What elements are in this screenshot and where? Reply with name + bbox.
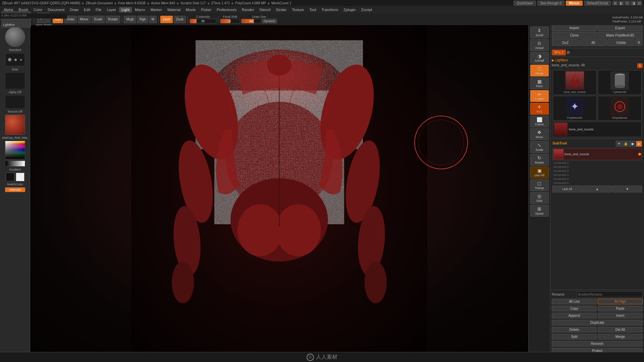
mrgb-btn[interactable]: Mrgb [124,16,136,23]
default-zscript-btn[interactable]: DefaultZScript [584,1,611,6]
make-polymesh-btn[interactable]: Make PolyMesh3D [598,32,643,39]
color-picker[interactable] [5,141,25,159]
menu-transform[interactable]: Transform [319,7,340,12]
matcap-preview[interactable] [5,115,25,135]
append-btn[interactable]: Append [552,313,597,318]
current-subtool-row[interactable]: bone_and_muscle [552,148,642,160]
subtool-icon-lock[interactable]: 🔒 [623,141,629,147]
menu-zscript[interactable]: Zscript [359,7,374,12]
menu-edit[interactable]: Edit [82,7,93,12]
last-all-btn[interactable]: Last All [552,186,582,192]
icon-strip-aahalf[interactable]: ◑ AAHalf [530,52,549,64]
visible-btn[interactable]: Visible [607,39,635,46]
split-btn[interactable]: Split [552,334,597,340]
draw-size-slider[interactable]: 64 [241,19,261,23]
subtool-item-2[interactable]: Unnamed 2 [552,165,643,169]
icon-strip-xpose[interactable]: ⊞ Xpose [530,205,549,217]
menu-material[interactable]: Material [165,7,183,12]
top-icon-4[interactable]: ◨ [631,1,636,5]
canvas-area[interactable] [30,25,528,352]
icon-strip-solo[interactable]: ◎ Solo [530,192,549,204]
menu-marker[interactable]: Marker [148,7,164,12]
brush-preview[interactable] [5,27,25,47]
m-btn[interactable]: M [149,16,157,23]
rotate-btn[interactable]: Rotate [106,16,120,23]
delete-btn[interactable]: Delete [552,327,597,333]
subtool-icon-active[interactable]: ▶ [636,141,642,147]
icon-strip-rotate[interactable]: ↻ Rotate [530,154,549,166]
menu-file[interactable]: File [93,7,104,12]
menu-stencil[interactable]: Stencil [257,7,273,12]
menu-layer[interactable]: Layer [105,7,119,12]
icon-strip-scale[interactable]: ⤡ Scale [530,141,549,153]
menu-preferences[interactable]: Preferences [214,7,239,12]
menu-render[interactable]: Render [239,7,256,12]
scale-btn[interactable]: Scale [92,16,105,23]
stroke-preview[interactable] [5,53,25,66]
focal-shift-slider[interactable]: 0 [220,19,240,23]
menu-macro[interactable]: Macro [132,7,148,12]
foreground-color[interactable] [6,173,14,181]
menu-draw[interactable]: Draw [67,7,81,12]
texture-preview[interactable] [5,95,25,109]
quicksave-btn[interactable]: QuickSave [514,1,536,6]
icon-strip-scroll[interactable]: ⇕ Scroll [530,26,549,38]
z-intensity-slider[interactable]: 25 [190,19,216,23]
menu-light[interactable]: Light [119,7,132,12]
tool-icon-simplebrush[interactable]: SimpleBrush [598,96,642,121]
remesh-btn[interactable]: Remesh [552,341,643,347]
icon-strip-usefill[interactable]: ▣ Use Fill [530,167,549,178]
icon-strip-persp[interactable]: ⬡ Persp [530,65,549,76]
subtool-icon-color[interactable]: ◼ [629,141,635,147]
merge-btn[interactable]: Merge [598,334,643,340]
icon-strip-move[interactable]: ✥ Move [530,128,549,140]
zadd-btn[interactable]: Zadd [160,16,173,23]
goz-btn[interactable]: GoZ [552,39,579,46]
menu-zplugin[interactable]: Zplugin [341,7,358,12]
alternate-btn[interactable]: Alternate [5,187,25,192]
copy-btn[interactable]: Copy [552,306,597,311]
subtool-title[interactable]: SubTool [552,141,567,145]
menu-document[interactable]: Document [45,7,67,12]
subtool-icon-eye[interactable]: 👁 [616,141,622,147]
icon-strip-lsym[interactable]: ⇔ L.Sym [530,90,549,102]
menu-movie[interactable]: Movie [183,7,198,12]
see-through[interactable]: See-through 0 [537,1,565,6]
background-color[interactable] [16,173,24,181]
zsub-btn[interactable]: Zsub [174,16,186,23]
subtool-scroll-up[interactable]: ▲ [583,186,612,192]
clone-btn[interactable]: Clone [552,32,597,39]
icon-strip-floor[interactable]: ▦ Floor [530,77,549,89]
icon-strip-actual[interactable]: ⊙ Actual [530,39,549,51]
r-btn[interactable]: R [635,39,643,46]
all-btn[interactable]: All [580,39,607,46]
menu-stroke[interactable]: Stroke [273,7,289,12]
lightbox-section-header[interactable]: ▶ Lightbox [552,58,643,62]
alpha-preview[interactable] [5,72,25,89]
icon-strip-frame[interactable]: ⬜ Frame [530,116,549,127]
tool-icon-bone-muscle[interactable]: bone_and_muscle [553,70,597,95]
dynamic-btn[interactable]: Dynamic [262,19,277,23]
lightbox-r-btn[interactable]: R [637,63,643,68]
paste-btn[interactable]: Paste [598,306,643,311]
top-icon-2[interactable]: ◧ [619,1,624,5]
top-icon-3[interactable]: ⊡ [625,1,630,5]
subtool-item-6[interactable]: Unnamed 6 [552,181,643,185]
insert-btn[interactable]: Insert [598,313,643,318]
tool-icon-cylinder3d[interactable]: Cylinder3D [598,70,642,95]
bone-muscle-small-item[interactable]: bone_and_muscle [553,122,642,137]
subtool-scroll-dn[interactable]: ▼ [612,186,642,192]
subtool-item-4[interactable]: Unnamed 4 [552,173,643,177]
top-icon-5[interactable]: ⊟ [637,1,642,5]
icon-strip-transp[interactable]: ◻ Transp [530,179,549,191]
tool-icon-polymesh[interactable]: ✦ PolyMesh3D [553,96,597,121]
menu-color[interactable]: Color [31,7,45,12]
export-btn[interactable]: Export [598,24,643,31]
lightbox-btn[interactable]: LightBox [1,22,31,27]
all-high-btn[interactable]: All High [598,299,643,304]
icon-strip-xyz[interactable]: ✛ XYZ [530,103,549,115]
menus-btn[interactable]: Menus [566,1,583,6]
top-icon-1[interactable]: ⊞ [612,1,618,5]
duplicate-btn[interactable]: Duplicate [552,320,643,325]
rename-field[interactable] [577,291,643,297]
